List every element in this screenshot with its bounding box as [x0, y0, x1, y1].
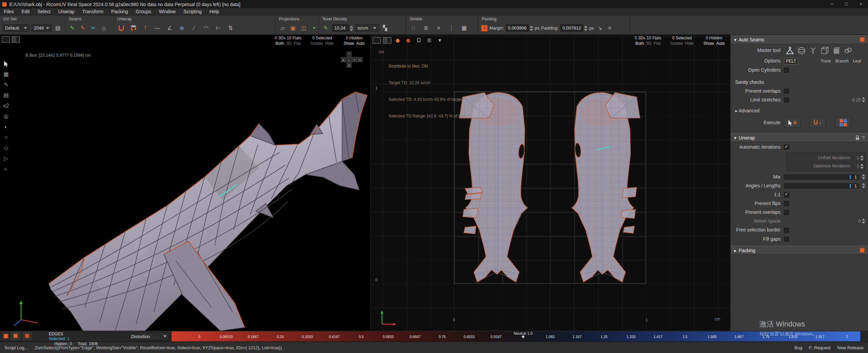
- bug-link[interactable]: Bug: [794, 345, 802, 350]
- menu-packing[interactable]: Packing: [107, 8, 132, 15]
- execute-pack-button[interactable]: [835, 117, 851, 128]
- pin-icon[interactable]: ⊺: [141, 23, 149, 32]
- view-bottom[interactable]: B: [347, 62, 352, 68]
- both-toggle[interactable]: Both: [276, 41, 284, 46]
- menu-select[interactable]: Select: [34, 8, 54, 15]
- td-value-spinner[interactable]: 10.24: [332, 24, 353, 32]
- sphere-shaded-icon[interactable]: ◐: [2, 123, 11, 131]
- free-selection-border-checkbox[interactable]: [784, 227, 789, 233]
- distortion-gradient-bar[interactable]: Neutral 1.0 00.083330.16670.250.33330.41…: [172, 331, 860, 341]
- isolate-button[interactable]: Isolate: [311, 41, 323, 46]
- advanced-expander[interactable]: ▸ Advanced: [731, 108, 760, 113]
- arc-icon[interactable]: ◠: [202, 23, 210, 32]
- open-cylinders-checkbox[interactable]: [784, 67, 789, 72]
- paint-select-icon[interactable]: ✎: [2, 80, 11, 89]
- uv-texture-icon[interactable]: [383, 37, 391, 44]
- view-left[interactable]: L: [347, 57, 352, 62]
- target-icon[interactable]: ◎: [2, 112, 11, 120]
- pack-islands-icon[interactable]: [11, 332, 20, 340]
- view-front[interactable]: F: [352, 57, 357, 62]
- limit-stretches-value[interactable]: 0.25: [852, 97, 861, 103]
- menu-edit[interactable]: Edit: [18, 8, 34, 15]
- shark-3d-model[interactable]: [0, 35, 371, 331]
- straighten-icon[interactable]: —: [153, 23, 161, 32]
- flat-toggle[interactable]: Flat: [294, 41, 301, 46]
- unwrap-prevent-overlaps-checkbox[interactable]: [784, 210, 789, 215]
- box-projection-icon[interactable]: ▣: [289, 23, 297, 32]
- uvset-manager-icon[interactable]: ▤: [54, 23, 62, 32]
- uv-island-body-right[interactable]: [572, 93, 634, 282]
- packing-header[interactable]: ▸ Packing: [731, 245, 868, 255]
- menu-groups[interactable]: Groups: [132, 8, 155, 15]
- prevent-overlaps-checkbox[interactable]: [784, 88, 789, 93]
- uv-options-icon[interactable]: ≣: [425, 36, 433, 45]
- minimize-button[interactable]: –: [825, 0, 839, 8]
- close-button[interactable]: ×: [854, 0, 868, 8]
- split-view-icon[interactable]: [12, 36, 20, 43]
- 3d-toggle[interactable]: 3D: [286, 41, 292, 46]
- pelt-button[interactable]: PELT: [784, 57, 798, 64]
- master-tool-organic-icon[interactable]: [807, 45, 818, 55]
- similar-select-icon[interactable]: ∷: [409, 23, 417, 32]
- branch-label[interactable]: Branch: [835, 58, 849, 63]
- layers-icon[interactable]: ▤: [2, 91, 11, 99]
- unfold-iterations-value[interactable]: 1: [854, 155, 859, 160]
- map-size-select[interactable]: 2048: [32, 24, 51, 32]
- 3d-toggle[interactable]: 3D: [646, 41, 652, 46]
- cylinder-projection-icon[interactable]: ◫: [299, 23, 308, 32]
- auto-seams-enable-checkbox[interactable]: [860, 37, 865, 42]
- similar-align-icon[interactable]: ≡: [435, 23, 443, 32]
- uvset-select[interactable]: Default: [3, 24, 29, 32]
- master-tool-cube-icon[interactable]: [830, 45, 842, 55]
- auto-iterations-checkbox[interactable]: ✓: [784, 144, 789, 149]
- cut-line-icon[interactable]: ∕: [190, 23, 198, 32]
- master-tool-box-icon[interactable]: [819, 45, 830, 55]
- select-cursor-icon[interactable]: [2, 59, 11, 68]
- hide-button[interactable]: Hide: [685, 41, 693, 46]
- map-mode-select[interactable]: Distortion: [129, 333, 169, 340]
- polygon-mode-icon[interactable]: ◇: [2, 144, 11, 152]
- optimize-iterations-value[interactable]: 1: [854, 164, 859, 169]
- planar-projection-icon[interactable]: ▱: [278, 23, 287, 32]
- master-tool-link-icon[interactable]: [842, 45, 853, 55]
- pack-run-icon[interactable]: [481, 25, 488, 32]
- menu-unwrap[interactable]: Unwrap: [54, 8, 78, 15]
- td-pick-icon[interactable]: ✎: [322, 23, 330, 32]
- new-release-link[interactable]: New Release: [837, 345, 864, 350]
- x2-toggle[interactable]: x2: [2, 101, 11, 110]
- uv-layout-icon[interactable]: [373, 37, 381, 44]
- uv-dropdown-icon[interactable]: ▾: [436, 36, 444, 45]
- master-tool-pelt-icon[interactable]: [784, 45, 795, 55]
- pack-options-icon[interactable]: ≡: [606, 23, 614, 32]
- similar-stack-icon[interactable]: ≣: [422, 23, 430, 32]
- magnet-icon[interactable]: Ω: [415, 36, 423, 45]
- menu-scripting[interactable]: Scripting: [179, 8, 205, 15]
- uv-island-body-left[interactable]: [466, 93, 528, 282]
- hide-button[interactable]: Hide: [325, 41, 334, 46]
- similar-grid-icon[interactable]: ▦: [460, 23, 468, 32]
- seam-pencil-icon[interactable]: ✎: [68, 23, 76, 32]
- limit-stretches-checkbox[interactable]: [784, 97, 789, 103]
- trunk-label[interactable]: Trunk: [821, 58, 831, 63]
- view-cube[interactable]: T BLFR B: [341, 52, 363, 68]
- grid-display-icon[interactable]: ▦: [2, 70, 11, 78]
- perpendicular-icon[interactable]: ⊢: [214, 23, 222, 32]
- unwrap-header[interactable]: ▾ Unwrap ?: [731, 133, 868, 143]
- prevent-flips-checkbox[interactable]: [784, 201, 789, 206]
- unwrap-u-icon[interactable]: [117, 23, 125, 32]
- repack-icon[interactable]: [23, 332, 32, 340]
- view-back[interactable]: B: [341, 57, 346, 62]
- seam-erase-icon[interactable]: ✎: [79, 23, 87, 32]
- mix-slider[interactable]: 1: [784, 174, 859, 179]
- pin-orange2-icon[interactable]: [404, 36, 412, 45]
- flat-toggle[interactable]: Flat: [654, 41, 660, 46]
- play-icon[interactable]: ▷: [2, 154, 11, 162]
- view-top[interactable]: T: [347, 52, 352, 57]
- margin-spinner[interactable]: 0.003906: [506, 24, 533, 32]
- show-button[interactable]: Show: [344, 41, 354, 46]
- view-right[interactable]: R: [358, 57, 363, 62]
- single-view-icon[interactable]: [2, 36, 10, 43]
- angles-lengths-slider[interactable]: 1: [784, 183, 859, 188]
- help-icon[interactable]: ?: [862, 135, 865, 141]
- fill-gaps-checkbox[interactable]: [784, 236, 789, 241]
